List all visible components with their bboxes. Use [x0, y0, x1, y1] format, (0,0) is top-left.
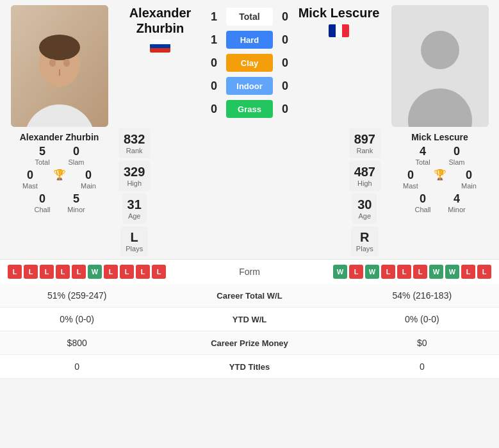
stats-right-val: 0% (0-0) — [345, 308, 499, 331]
right-player-photo — [391, 5, 489, 127]
left-high-box: 329 High — [119, 161, 150, 191]
svg-point-4 — [49, 59, 56, 67]
svg-point-3 — [39, 35, 80, 60]
left-player-name: Alexander Zhurbin — [20, 132, 99, 142]
left-mast-stat: 0 Mast — [16, 169, 45, 190]
form-badge-left: L — [136, 265, 150, 279]
stats-row: $800 Career Prize Money $0 — [0, 331, 499, 355]
right-plays-box: R Plays — [351, 226, 379, 256]
form-badge-left: L — [8, 265, 22, 279]
indoor-score-right: 0 — [275, 79, 295, 93]
right-rank-box: 897 Rank — [349, 128, 380, 158]
stats-label: Career Prize Money — [154, 331, 345, 355]
form-badge-right: L — [381, 265, 395, 279]
stats-row: 51% (259-247) Career Total W/L 54% (216-… — [0, 284, 499, 308]
right-player-name-center: Mick Lescure — [299, 5, 380, 21]
left-player-flag — [150, 40, 170, 53]
right-age-box: 30 Age — [352, 194, 377, 224]
stats-left-val: $800 — [0, 331, 154, 355]
form-badge-right: L — [461, 265, 475, 279]
right-player-stats: 4 Total 0 Slam 0 Mast 🏆 0 Main — [383, 142, 496, 213]
indoor-score-left: 0 — [204, 79, 224, 93]
stats-label: Career Total W/L — [154, 284, 345, 308]
left-stats-boxes: 832 Rank 329 High 31 Age L Plays — [119, 128, 150, 256]
clay-score-right: 0 — [275, 56, 295, 70]
left-minor-stat: 5 Minor — [62, 192, 91, 213]
stats-right-val: 54% (216-183) — [345, 284, 499, 308]
left-main-stat: 0 Main — [74, 169, 103, 190]
right-total-stat: 4 Total — [409, 145, 438, 166]
stats-left-val: 0% (0-0) — [0, 308, 154, 331]
left-rank-box: 832 Rank — [119, 128, 150, 158]
right-chall-stat: 0 Chall — [409, 192, 438, 213]
stats-left-val: 0 — [0, 355, 154, 379]
center-column: Alexander Zhurbin 1 Total 0 1 Hard 0 — [119, 0, 380, 259]
total-label: Total — [226, 8, 273, 26]
form-badge-right: W — [333, 265, 347, 279]
right-player-flag — [329, 24, 349, 37]
form-badge-right: L — [413, 265, 427, 279]
grass-score-row: 0 Grass 0 — [204, 100, 295, 118]
grass-score-right: 0 — [275, 103, 295, 116]
total-score-right: 0 — [275, 10, 295, 24]
clay-score-left: 0 — [204, 56, 224, 70]
right-form-badges: WLWLLLWWLL — [288, 265, 492, 279]
total-score-left: 1 — [204, 10, 224, 24]
left-age-box: 31 Age — [122, 194, 147, 224]
left-slam-stat: 0 Slam — [62, 145, 91, 166]
grass-label: Grass — [226, 100, 273, 118]
form-badge-left: L — [40, 265, 54, 279]
form-badge-left: L — [104, 265, 118, 279]
form-badge-right: L — [397, 265, 411, 279]
right-stats-boxes: 897 Rank 487 High 30 Age R Plays — [349, 128, 380, 256]
left-player-column: Alexander Zhurbin 5 Total 0 Slam 0 Mast — [0, 0, 119, 259]
form-badge-right: W — [445, 265, 459, 279]
top-section: Alexander Zhurbin 5 Total 0 Slam 0 Mast — [0, 0, 499, 259]
form-badge-right: W — [365, 265, 379, 279]
clay-score-row: 0 Clay 0 — [204, 54, 295, 72]
match-scores: 1 Total 0 1 Hard 0 0 Clay 0 0 — [202, 5, 297, 120]
left-trophy-icon: 🏆 — [50, 169, 69, 190]
left-form-badges: LLLLLWLLLL — [8, 265, 211, 279]
right-player-column: Mick Lescure 4 Total 0 Slam 0 Mast � — [380, 0, 499, 259]
right-main-stat: 0 Main — [455, 169, 484, 190]
right-mast-stat: 0 Mast — [397, 169, 425, 190]
left-player-stats: 5 Total 0 Slam 0 Mast 🏆 0 Main — [3, 142, 116, 213]
form-badge-right: L — [349, 265, 363, 279]
right-name-center: Mick Lescure — [297, 5, 380, 37]
form-badge-right: W — [429, 265, 443, 279]
center-spacer — [150, 128, 348, 256]
form-badge-left: L — [152, 265, 166, 279]
stats-right-val: $0 — [345, 331, 499, 355]
svg-point-5 — [63, 59, 70, 67]
indoor-score-row: 0 Indoor 0 — [204, 77, 295, 95]
form-section: LLLLLWLLLL Form WLWLLLWWLL — [0, 259, 499, 284]
stats-label: YTD W/L — [154, 308, 345, 331]
stats-right-val: 0 — [345, 355, 499, 379]
center-stats-row: 832 Rank 329 High 31 Age L Plays — [119, 128, 380, 256]
hard-score-right: 0 — [275, 33, 295, 47]
right-trophy-icon: 🏆 — [430, 169, 450, 190]
left-chall-stat: 0 Chall — [28, 192, 57, 213]
form-badge-left: W — [88, 265, 102, 279]
form-label: Form — [211, 267, 288, 277]
form-badge-left: L — [24, 265, 38, 279]
right-minor-stat: 4 Minor — [443, 192, 471, 213]
clay-label: Clay — [226, 54, 273, 72]
right-player-name: Mick Lescure — [411, 132, 468, 142]
svg-point-8 — [421, 31, 459, 69]
stats-label: YTD Titles — [154, 355, 345, 379]
hard-score-row: 1 Hard 0 — [204, 31, 295, 49]
left-total-stat: 5 Total — [28, 145, 57, 166]
stats-row: 0% (0-0) YTD W/L 0% (0-0) — [0, 308, 499, 331]
indoor-label: Indoor — [226, 77, 273, 95]
grass-score-left: 0 — [204, 103, 224, 116]
form-badge-left: L — [72, 265, 86, 279]
left-player-photo — [11, 5, 108, 127]
left-name-center: Alexander Zhurbin — [119, 5, 202, 53]
stats-row: 0 YTD Titles 0 — [0, 355, 499, 379]
hard-label: Hard — [226, 31, 273, 49]
left-player-name-center: Alexander Zhurbin — [119, 5, 202, 36]
form-badge-right: L — [477, 265, 491, 279]
stats-table: 51% (259-247) Career Total W/L 54% (216-… — [0, 284, 499, 379]
